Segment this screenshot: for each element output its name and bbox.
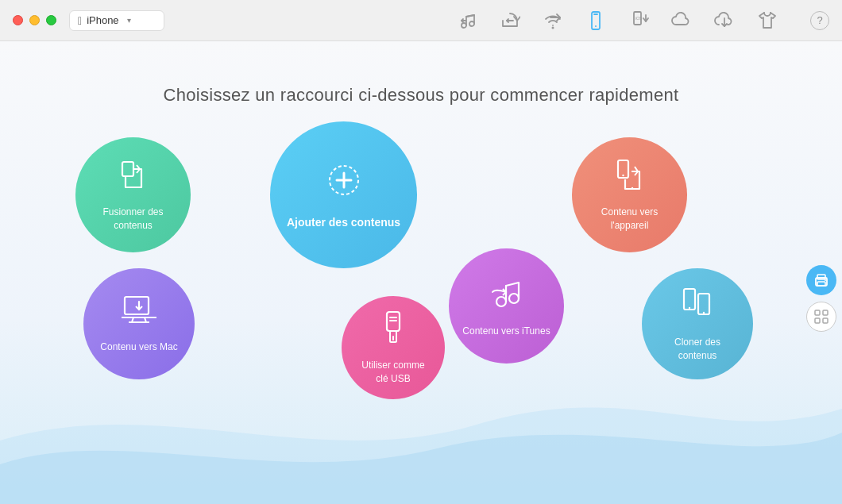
music-transfer-icon[interactable] [453, 6, 481, 35]
clone-icon [681, 286, 714, 329]
svg-rect-14 [122, 162, 133, 176]
svg-line-2 [466, 15, 474, 17]
itunes-label: Contenu vers iTunes [462, 325, 550, 338]
device-name: iPhone [87, 14, 118, 26]
mac-icon [121, 294, 157, 334]
svg-point-28 [509, 294, 519, 303]
wifi-sync-icon[interactable] [539, 6, 567, 35]
maximize-button[interactable] [46, 15, 56, 25]
merge-icon [116, 157, 151, 199]
usb-label: Utiliser commeclé USB [361, 359, 424, 386]
svg-rect-47 [815, 318, 820, 323]
help-button[interactable]: ? [810, 11, 829, 30]
svg-point-27 [496, 297, 506, 306]
phone-active-icon[interactable] [581, 6, 610, 35]
usb-icon [379, 310, 407, 352]
download-icon[interactable] [710, 6, 739, 35]
shortcut-device[interactable]: Contenu versl'appareil [572, 137, 687, 252]
backup-icon[interactable] [496, 6, 524, 35]
shortcut-clone[interactable]: Cloner descontenus [642, 268, 753, 379]
device-label: Contenu versl'appareil [601, 206, 658, 233]
shortcut-usb[interactable]: Utiliser commeclé USB [342, 296, 445, 399]
add-label: Ajouter des contenus [287, 215, 400, 231]
chevron-down-icon: ▾ [127, 16, 131, 25]
shortcut-merge[interactable]: Fusionner descontenus [75, 137, 191, 252]
toolbar-icons: iOS [453, 6, 782, 35]
shortcuts-container: Fusionner descontenus Ajouter des conten… [0, 121, 842, 439]
shortcut-add[interactable]: Ajouter des contenus [270, 121, 417, 268]
theme-icon[interactable] [753, 6, 782, 35]
apple-icon:  [78, 14, 82, 27]
add-icon [323, 159, 365, 209]
svg-point-5 [552, 26, 554, 29]
svg-point-40 [703, 312, 705, 314]
print-button[interactable] [806, 265, 836, 295]
page-title: Choisissez un raccourci ci-dessous pour … [0, 41, 842, 106]
titlebar:  iPhone ▾ [0, 0, 842, 41]
shortcut-itunes[interactable]: Contenu vers iTunes [449, 248, 564, 364]
svg-point-19 [622, 175, 624, 176]
svg-rect-42 [817, 275, 825, 279]
svg-point-44 [825, 279, 826, 281]
svg-rect-45 [815, 310, 820, 315]
svg-rect-39 [698, 294, 709, 314]
svg-rect-48 [823, 318, 828, 323]
svg-point-9 [595, 25, 597, 27]
svg-rect-21 [125, 297, 149, 314]
svg-point-20 [631, 187, 632, 189]
right-sidebar [801, 83, 842, 504]
shortcut-mac[interactable]: Contenu vers Mac [83, 268, 195, 379]
svg-rect-46 [823, 310, 828, 315]
merge-label: Fusionner descontenus [102, 206, 163, 233]
svg-line-31 [506, 283, 519, 286]
close-button[interactable] [13, 15, 23, 25]
itunes-icon [489, 275, 525, 318]
svg-text:iOS: iOS [635, 16, 643, 21]
ios-update-icon[interactable]: iOS [624, 6, 653, 35]
svg-point-38 [689, 307, 690, 309]
cloud-icon[interactable] [667, 6, 696, 35]
svg-point-0 [462, 23, 466, 28]
traffic-lights [13, 15, 56, 25]
grid-view-button[interactable] [806, 302, 836, 332]
svg-rect-43 [817, 282, 825, 286]
device-selector[interactable]:  iPhone ▾ [69, 10, 164, 31]
main-content: Choisissez un raccourci ci-dessous pour … [0, 41, 842, 504]
device-icon [614, 157, 646, 199]
svg-rect-37 [684, 289, 695, 310]
minimize-button[interactable] [29, 15, 40, 25]
clone-label: Cloner descontenus [674, 336, 720, 363]
mac-label: Contenu vers Mac [100, 340, 177, 354]
